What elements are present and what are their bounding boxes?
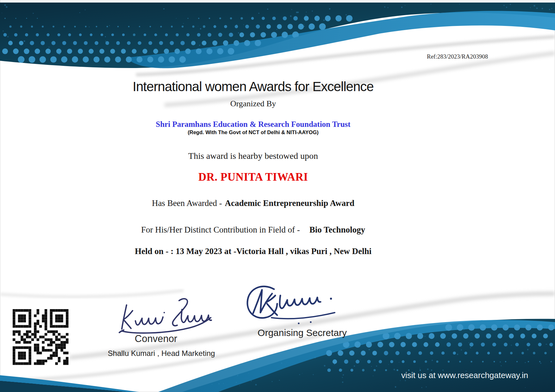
qr-code: [11, 308, 70, 366]
event-line: Held on - : 13 May 2023 at -Victoria Hal…: [0, 246, 506, 256]
certificate-title: International women Awards for Excellenc…: [0, 79, 506, 94]
organized-by-label: Organized By: [0, 99, 506, 109]
recipient-name: DR. PUNITA TIWARI: [0, 171, 506, 184]
field-name: Bio Technology: [309, 225, 365, 234]
convenor-name-line: Shallu Kumari , Head Marketing: [89, 349, 234, 358]
convenor-signature: [119, 299, 211, 333]
certificate: Ref:283/2023/RA203908 International wome…: [0, 0, 555, 392]
organising-secretary-label: Organising Secretary: [236, 327, 369, 338]
bestowed-line: This award is hearby bestowed upon: [0, 151, 506, 161]
website-text: visit us at www.researchgateway.in: [401, 370, 528, 380]
registration-note: (Regd. With The Govt of NCT of Delhi & N…: [0, 129, 506, 135]
organising-secretary-signature: [247, 286, 335, 324]
convenor-label: Convenor: [93, 333, 219, 345]
award-line: Has Been Awarded -Academic Entrepreneurs…: [0, 198, 506, 208]
reference-number: Ref:283/2023/RA203908: [427, 53, 488, 60]
organization-name: Shri Paramhans Education & Research Foun…: [0, 120, 506, 129]
field-line-prefix: For His/Her Distinct Contribution in Fie…: [141, 225, 300, 234]
field-line: For His/Her Distinct Contribution in Fie…: [0, 225, 506, 235]
award-name: Academic Entrepreneurship Award: [225, 198, 355, 208]
award-line-prefix: Has Been Awarded -: [152, 198, 222, 208]
